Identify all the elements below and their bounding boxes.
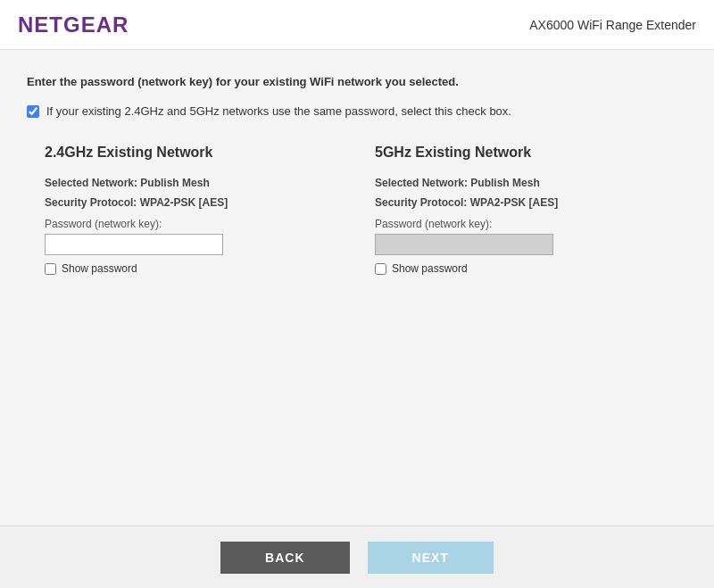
network-5-title: 5GHz Existing Network	[375, 145, 669, 161]
network-24-column: 2.4GHz Existing Network Selected Network…	[45, 145, 339, 275]
networks-row: 2.4GHz Existing Network Selected Network…	[27, 145, 687, 275]
network-5-security: Security Protocol: WPA2-PSK [AES]	[375, 196, 669, 209]
network-5-selected: Selected Network: Publish Mesh	[375, 177, 669, 189]
network-24-show-password-checkbox[interactable]	[45, 263, 56, 275]
network-5-column: 5GHz Existing Network Selected Network: …	[375, 145, 669, 275]
network-24-show-password-row: Show password	[45, 262, 339, 275]
network-5-show-password-row: Show password	[375, 262, 669, 275]
main-content: Enter the password (network key) for you…	[0, 50, 714, 526]
network-5-show-password-checkbox[interactable]	[375, 263, 386, 275]
network-24-password-input[interactable]	[45, 234, 223, 255]
same-password-row: If your existing 2.4GHz and 5GHz network…	[27, 104, 687, 118]
header: NETGEAR AX6000 WiFi Range Extender	[0, 0, 714, 50]
netgear-logo: NETGEAR	[18, 12, 129, 37]
model-label: AX6000 WiFi Range Extender	[529, 18, 696, 32]
network-24-password-label: Password (network key):	[45, 218, 339, 230]
network-5-password-label: Password (network key):	[375, 218, 669, 230]
network-24-security: Security Protocol: WPA2-PSK [AES]	[45, 196, 339, 209]
same-password-checkbox[interactable]	[27, 105, 39, 118]
network-5-show-password-label: Show password	[392, 262, 468, 275]
footer: BACK NEXT	[0, 526, 714, 588]
network-24-title: 2.4GHz Existing Network	[45, 145, 339, 161]
network-24-show-password-label: Show password	[62, 262, 137, 275]
network-5-password-input[interactable]	[375, 234, 553, 255]
next-button[interactable]: NEXT	[368, 542, 494, 574]
network-24-selected: Selected Network: Publish Mesh	[45, 177, 339, 189]
back-button[interactable]: BACK	[220, 542, 349, 574]
instructions-text: Enter the password (network key) for you…	[27, 75, 687, 88]
same-password-label: If your existing 2.4GHz and 5GHz network…	[46, 104, 511, 118]
